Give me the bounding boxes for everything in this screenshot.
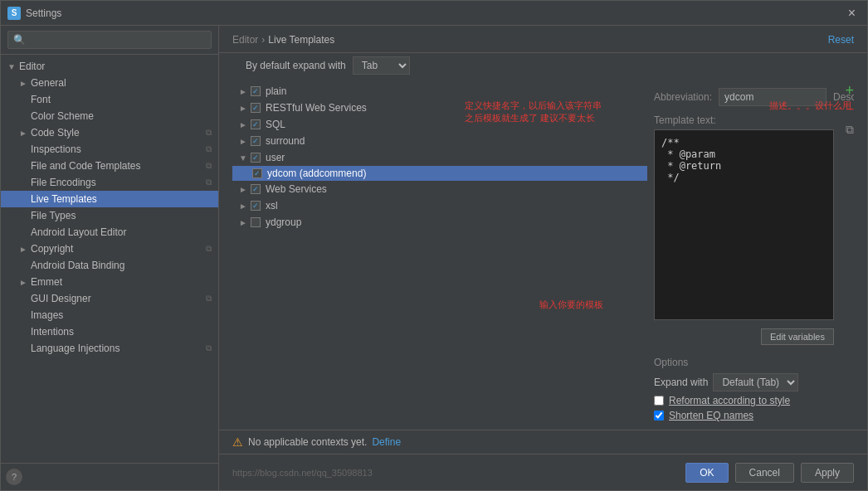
settings-window: S Settings × Editor General	[0, 0, 868, 491]
sidebar-item-inspections[interactable]: Inspections ⧉	[1, 141, 218, 158]
tpl-item-ydcom[interactable]: ydcom (addcommend)	[232, 166, 647, 181]
sidebar-item-file-code-templates[interactable]: File and Code Templates ⧉	[1, 158, 218, 174]
sidebar-item-android-data-binding[interactable]: Android Data Binding	[1, 257, 218, 274]
tpl-group-ydgroup[interactable]: ► ydgroup	[232, 214, 647, 231]
tpl-checkbox[interactable]	[251, 136, 261, 146]
main-body: By default expand with Tab Enter Space	[219, 53, 867, 430]
sidebar-item-label: Images	[31, 309, 212, 321]
sidebar-item-general[interactable]: General	[1, 75, 218, 91]
sidebar-item-images[interactable]: Images	[1, 307, 218, 323]
copy-icon: ⧉	[206, 144, 212, 154]
breadcrumb-sep: ›	[261, 34, 265, 46]
sidebar-item-language-injections[interactable]: Language Injections ⧉	[1, 340, 218, 357]
tpl-arrow: ►	[239, 202, 251, 211]
window-title: Settings	[26, 7, 843, 19]
tpl-item-label: ydcom (addcommend)	[267, 168, 366, 179]
sidebar-item-file-types[interactable]: File Types	[1, 207, 218, 224]
sidebar-item-label: Inspections	[31, 143, 202, 155]
tpl-checkbox[interactable]	[252, 168, 262, 178]
tpl-checkbox[interactable]	[251, 153, 261, 163]
sidebar-item-label: General	[31, 77, 212, 89]
tpl-group-user[interactable]: ▼ user	[232, 149, 647, 166]
tpl-checkbox[interactable]	[251, 86, 261, 96]
sidebar-item-code-style[interactable]: Code Style ⧉	[1, 124, 218, 141]
tpl-group-label: Web Services	[266, 183, 327, 195]
tpl-group-label: plain	[266, 85, 286, 97]
close-button[interactable]: ×	[843, 4, 861, 22]
sidebar-item-copyright[interactable]: Copyright ⧉	[1, 241, 218, 257]
template-editor-panel: + − ⧉ Abbreviation: Description: Templat…	[654, 83, 854, 426]
main-content: Editor General Font Color Scheme Code St…	[1, 26, 867, 490]
tpl-arrow: ►	[239, 218, 251, 227]
title-bar: S Settings ×	[1, 1, 867, 26]
app-icon: S	[7, 7, 21, 20]
sidebar-item-label: File Encodings	[31, 177, 202, 188]
reformat-checkbox[interactable]	[654, 396, 664, 406]
sidebar-item-label: Android Data Binding	[31, 260, 212, 271]
tpl-group-label: user	[266, 152, 285, 163]
sidebar-item-label: Copyright	[31, 243, 202, 255]
tpl-group-xsl[interactable]: ► xsl	[232, 197, 647, 214]
sidebar-item-font[interactable]: Font	[1, 91, 218, 108]
tpl-group-web-services[interactable]: ► Web Services	[232, 181, 647, 197]
search-input[interactable]	[7, 31, 212, 49]
footer: https://blog.csdn.net/qq_35098813 OK Can…	[219, 454, 867, 490]
sidebar-item-label: Android Layout Editor	[31, 226, 212, 238]
template-text-label: Template text:	[654, 111, 834, 129]
options-label: Options	[654, 357, 834, 368]
sidebar: Editor General Font Color Scheme Code St…	[1, 26, 219, 490]
sidebar-item-label: GUI Designer	[31, 293, 202, 304]
sidebar-item-color-scheme[interactable]: Color Scheme	[1, 108, 218, 124]
define-link[interactable]: Define	[372, 436, 401, 448]
tpl-checkbox[interactable]	[251, 217, 261, 227]
tpl-group-label: xsl	[266, 200, 278, 211]
tpl-checkbox[interactable]	[251, 119, 261, 129]
apply-button[interactable]: Apply	[801, 463, 854, 483]
tpl-group-surround[interactable]: ► surround	[232, 133, 647, 149]
help-button[interactable]: ?	[6, 469, 22, 485]
sidebar-item-label: Editor	[19, 61, 212, 72]
tpl-group-plain[interactable]: ► plain	[232, 83, 647, 100]
tpl-arrow: ▼	[239, 153, 251, 163]
tpl-arrow: ►	[239, 104, 251, 113]
tpl-arrow: ►	[239, 87, 251, 96]
expand-label: By default expand with	[246, 60, 346, 71]
sidebar-item-label: Color Scheme	[31, 110, 212, 122]
tpl-checkbox[interactable]	[251, 184, 261, 194]
expand-select[interactable]: Tab Enter Space	[353, 56, 410, 75]
expand-with-option-row: Expand with Default (Tab) Tab Enter Spac…	[654, 372, 834, 393]
expand-with-label: Expand with	[654, 377, 708, 388]
abbreviation-input[interactable]	[719, 88, 827, 106]
tpl-group-sql[interactable]: ► SQL	[232, 116, 647, 133]
sidebar-item-label: Intentions	[31, 326, 212, 338]
cancel-button[interactable]: Cancel	[735, 463, 794, 483]
shorten-checkbox[interactable]	[654, 411, 664, 421]
tpl-checkbox[interactable]	[251, 103, 261, 113]
sidebar-item-android-layout-editor[interactable]: Android Layout Editor	[1, 224, 218, 241]
ok-button[interactable]: OK	[685, 463, 728, 483]
tpl-group-restful[interactable]: ► RESTful Web Services	[232, 100, 647, 116]
arrow-icon	[19, 79, 31, 88]
abbrev-row: Abbreviation: Description:	[654, 83, 834, 111]
tpl-group-label: SQL	[266, 119, 285, 130]
reformat-label: Reformat according to style	[669, 395, 790, 406]
breadcrumb-current: Live Templates	[268, 34, 334, 46]
expand-with-select[interactable]: Default (Tab) Tab Enter Space	[713, 373, 798, 391]
copy-icon: ⧉	[206, 244, 212, 254]
sidebar-item-emmet[interactable]: Emmet	[1, 274, 218, 290]
edit-vars-container: Edit variables	[654, 323, 834, 350]
add-template-button[interactable]: +	[845, 83, 854, 98]
sidebar-item-live-templates[interactable]: Live Templates	[1, 191, 218, 207]
tpl-arrow: ►	[239, 120, 251, 129]
template-text-area[interactable]: /** * @param * @return */	[654, 129, 834, 320]
sidebar-item-gui-designer[interactable]: GUI Designer ⧉	[1, 290, 218, 307]
sidebar-item-editor[interactable]: Editor	[1, 58, 218, 75]
sidebar-item-intentions[interactable]: Intentions	[1, 323, 218, 340]
copy-template-button[interactable]: ⧉	[846, 123, 854, 137]
tpl-checkbox[interactable]	[251, 201, 261, 211]
sidebar-item-file-encodings[interactable]: File Encodings ⧉	[1, 174, 218, 191]
reset-button[interactable]: Reset	[828, 34, 854, 46]
edit-variables-button[interactable]: Edit variables	[761, 328, 834, 345]
sidebar-item-label: File and Code Templates	[31, 160, 202, 172]
remove-template-button[interactable]: −	[846, 103, 854, 116]
